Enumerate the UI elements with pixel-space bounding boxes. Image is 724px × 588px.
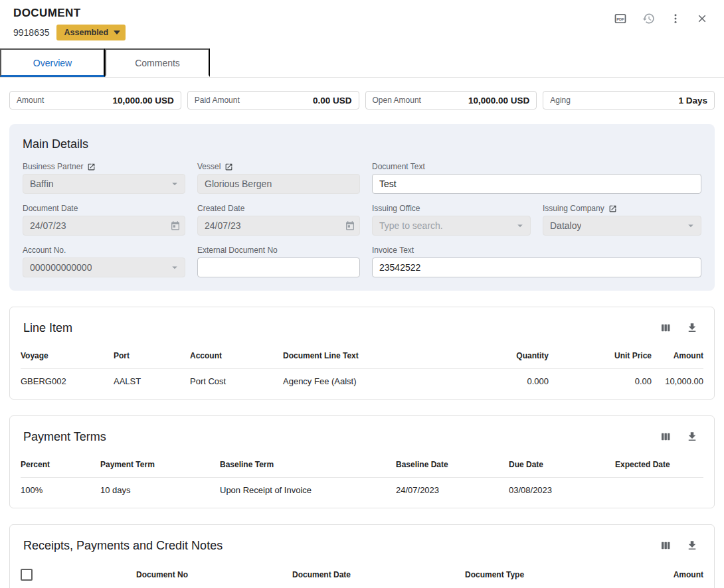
cell-payment-term: 10 days [100,478,220,503]
card-value: 10,000.00 USD [468,96,529,106]
card-label: Paid Amount [195,96,240,105]
card-label: Aging [550,96,571,105]
created-date-input: 24/07/23 [197,216,360,236]
invoice-text-field: Invoice Text [372,246,701,277]
card-open-amount: Open Amount 10,000.00 USD [365,91,537,110]
created-date-field: Created Date 24/07/23 [197,204,360,236]
external-link-icon[interactable] [608,204,617,213]
column-header: Percent [21,451,100,478]
tab-bar: Overview Comments [0,48,724,78]
close-button[interactable] [693,10,711,27]
card-value: 0.00 USD [313,96,352,106]
download-button[interactable] [683,428,701,445]
document-id: 9918635 [13,27,50,38]
pdf-button[interactable]: PDF [611,9,630,28]
document-date-field: Document Date 24/07/23 [23,204,185,236]
column-header: Document Type [465,559,618,588]
cell-port: AALST [114,369,190,394]
field-label: Issuing Company [543,204,604,213]
cell-amount: 10,000.00 [652,369,703,394]
column-header: Quantity [476,342,549,369]
card-value: 1 Days [678,96,707,106]
more-menu-button[interactable] [667,10,684,27]
columns-icon [660,431,672,443]
download-button[interactable] [683,537,701,554]
card-aging: Aging 1 Days [543,91,715,110]
field-label: Document Date [23,204,78,213]
cell-quantity: 0.000 [476,369,549,394]
download-button[interactable] [683,319,701,336]
field-label: Invoice Text [372,246,414,255]
cell-baseline-date: 24/07/2023 [396,478,509,503]
columns-icon [660,322,672,334]
field-label: Account No. [23,246,66,255]
header: DOCUMENT 9918635 Assembled PDF [0,0,724,40]
cell-document-line-text: Agency Fee (Aalst) [283,369,476,394]
payment-terms-section: Payment Terms Percent Payment Term Basel… [9,415,715,508]
select-placeholder: Type to search. [379,220,443,231]
column-header: Expected Date [615,451,703,478]
table-row[interactable]: 100% 10 days Upon Receipt of Invoice 24/… [21,478,703,503]
receipts-table: Document No Document Date Document Type … [21,559,703,588]
column-header: Payment Term [100,451,220,478]
columns-button[interactable] [657,319,674,336]
tab-comments[interactable]: Comments [105,48,210,77]
columns-button[interactable] [657,428,674,445]
column-header: Document No [136,559,292,588]
table-header-row: Percent Payment Term Baseline Term Basel… [21,451,703,478]
table-row[interactable]: GBERG002 AALST Port Cost Agency Fee (Aal… [21,369,703,394]
document-subrow: 9918635 Assembled [13,25,126,40]
status-badge-label: Assembled [64,28,109,37]
cell-unit-price: 0.00 [549,369,652,394]
column-header: Unit Price [549,342,652,369]
document-date-input: 24/07/23 [23,216,185,236]
line-item-table: Voyage Port Account Document Line Text Q… [21,342,703,394]
card-label: Open Amount [373,96,421,105]
issuing-company-select: Dataloy [543,216,701,236]
issuing-office-select: Type to search. [372,216,531,236]
column-header: Due Date [509,451,615,478]
external-link-icon[interactable] [87,163,96,171]
columns-icon [660,540,672,551]
cell-percent: 100% [21,478,100,503]
status-badge[interactable]: Assembled [56,25,126,40]
select-all-checkbox[interactable] [21,569,33,581]
column-header: Baseline Term [220,451,396,478]
tab-overview[interactable]: Overview [0,48,105,77]
line-item-title: Line Item [23,321,72,335]
pdf-icon: PDF [614,12,627,25]
close-icon [696,13,708,25]
columns-button[interactable] [657,537,674,554]
select-value: 000000000000 [30,262,92,273]
svg-text:PDF: PDF [616,17,624,21]
external-link-icon[interactable] [225,163,233,171]
chevron-down-icon [114,31,120,35]
table-header-row: Document No Document Date Document Type … [21,559,703,588]
download-icon [686,540,698,551]
column-header: Document Line Text [283,342,476,369]
column-header: Amount [618,559,703,588]
external-document-no-field: External Document No [197,246,360,277]
issuing-company-field: Issuing Company Dataloy [543,204,701,236]
cell-account: Port Cost [190,369,283,394]
payment-terms-title: Payment Terms [23,430,106,444]
document-text-input[interactable] [372,174,701,194]
account-no-select: 000000000000 [23,257,185,277]
document-text-field: Document Text [372,162,701,194]
history-button[interactable] [639,9,658,28]
card-value: 10,000.00 USD [112,96,173,106]
field-label: Issuing Office [372,204,420,213]
column-header: Voyage [21,342,114,369]
external-document-no-input[interactable] [197,257,360,277]
vessel-field: Vessel Glorious Bergen [197,162,360,194]
select-value: Baffin [30,179,54,189]
summary-cards: Amount 10,000.00 USD Paid Amount 0.00 US… [9,91,715,110]
field-label: Business Partner [23,162,83,171]
field-label: External Document No [197,246,278,255]
download-icon [686,431,698,443]
invoice-text-input[interactable] [372,257,701,277]
select-all-header [21,559,136,588]
card-label: Amount [17,96,44,105]
issuing-office-field: Issuing Office Type to search. [372,204,531,236]
dropdown-caret-icon [169,261,181,273]
